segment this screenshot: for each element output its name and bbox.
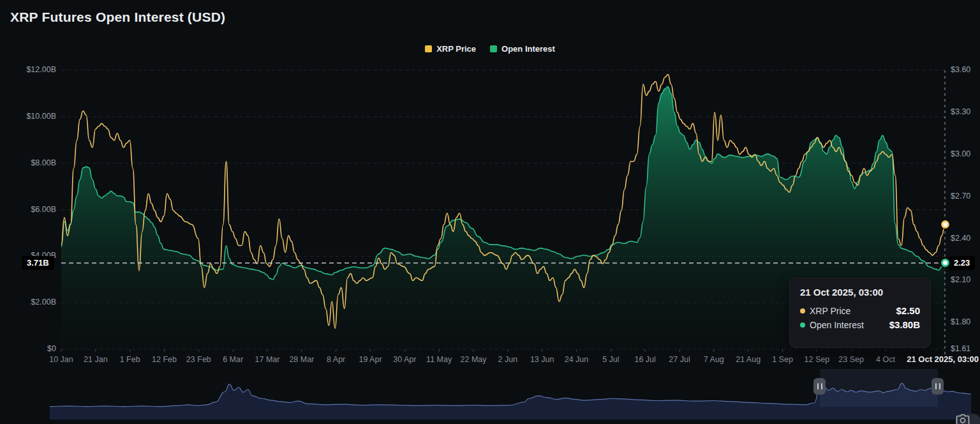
y-axis-left-tick: $2.00B [10, 298, 56, 307]
y-axis-left-tick: $10.00B [10, 112, 56, 121]
x-axis-tick: 4 Oct [876, 355, 895, 364]
open-interest-marker-dot [941, 259, 949, 267]
crosshair-date-label: 21 Oct 2025, 03:00 [907, 354, 979, 364]
tooltip-value: $2.50 [896, 305, 920, 316]
y-axis-right-tick: $2.10 [951, 275, 970, 284]
x-axis-tick: 12 Feb [152, 355, 177, 364]
main-chart-plot[interactable] [0, 0, 980, 424]
open-interest-current-badge: 3.71B [22, 256, 54, 270]
y-axis-right-tick: $1.61 [951, 344, 970, 353]
open-interest-dot-icon [800, 322, 805, 328]
y-axis-left-tick: $0 [10, 344, 56, 353]
xrp-price-dot-icon [800, 308, 805, 314]
y-axis-left-tick: $12.00B [10, 65, 56, 74]
x-axis-tick: 21 Jan [84, 355, 108, 364]
price-level-current-badge: 2.23 [949, 256, 975, 270]
x-axis-tick: 6 Mar [223, 355, 243, 364]
tooltip-label: XRP Price [810, 306, 850, 316]
x-axis-tick: 1 Sep [772, 355, 793, 364]
xrp-price-marker-dot [941, 220, 949, 229]
chart-area: $0$2.00B$4.00B$6.00B$8.00B$10.00B$12.00B… [0, 0, 980, 424]
x-axis-tick: 8 Apr [327, 355, 345, 364]
tooltip-date: 21 Oct 2025, 03:00 [800, 287, 920, 298]
y-axis-right-tick: $3.60 [951, 65, 970, 74]
y-axis-left-tick: $6.00B [10, 205, 56, 214]
x-axis-tick: 2 Jun [498, 355, 518, 364]
chart-tooltip: 21 Oct 2025, 03:00 XRP Price $2.50 Open … [789, 278, 931, 348]
x-axis-tick: 13 Jun [530, 355, 554, 364]
y-axis-right-tick: $1.80 [951, 317, 970, 326]
x-axis-tick: 30 Apr [393, 355, 416, 364]
tooltip-row-xrp-price: XRP Price $2.50 [800, 305, 920, 316]
tooltip-row-open-interest: Open Interest $3.80B [800, 319, 920, 330]
y-axis-left-tick: $8.00B [10, 158, 56, 167]
y-axis-right-tick: $3.30 [951, 107, 970, 116]
x-axis-tick: 23 Feb [186, 355, 211, 364]
x-axis-tick: 28 Mar [289, 355, 314, 364]
navigator-left-handle[interactable] [813, 378, 826, 395]
x-axis-tick: 10 Jan [49, 355, 73, 364]
x-axis-tick: 12 Sep [805, 355, 830, 364]
x-axis-tick: 22 May [461, 355, 487, 364]
x-axis-tick: 17 Mar [255, 355, 280, 364]
x-axis-tick: 23 Sep [838, 355, 864, 364]
camera-icon [956, 414, 970, 424]
navigator-right-handle[interactable] [932, 378, 944, 395]
screenshot-button[interactable] [956, 414, 980, 424]
x-axis-tick: 1 Feb [120, 355, 140, 364]
tooltip-value: $3.80B [889, 319, 920, 330]
y-axis-right-tick: $3.00 [951, 149, 970, 158]
x-axis-tick: 5 Jul [602, 355, 619, 364]
y-axis-right-tick: $2.70 [951, 192, 970, 201]
x-axis-tick: 11 May [426, 355, 452, 364]
tooltip-label: Open Interest [810, 320, 864, 330]
navigator-selected-window[interactable] [820, 369, 938, 407]
x-axis-tick: 27 Jul [669, 355, 690, 364]
x-axis-tick: 7 Aug [704, 355, 724, 364]
xrp-futures-dashboard: XRP Futures Open Interest (USD) XRP Pric… [0, 0, 980, 424]
x-axis-tick: 24 Jun [565, 355, 589, 364]
x-axis-tick: 16 Jul [634, 355, 655, 364]
y-axis-right-tick: $2.40 [951, 234, 970, 243]
x-axis-tick: 19 Apr [359, 355, 382, 364]
x-axis-tick: 21 Aug [736, 355, 761, 364]
